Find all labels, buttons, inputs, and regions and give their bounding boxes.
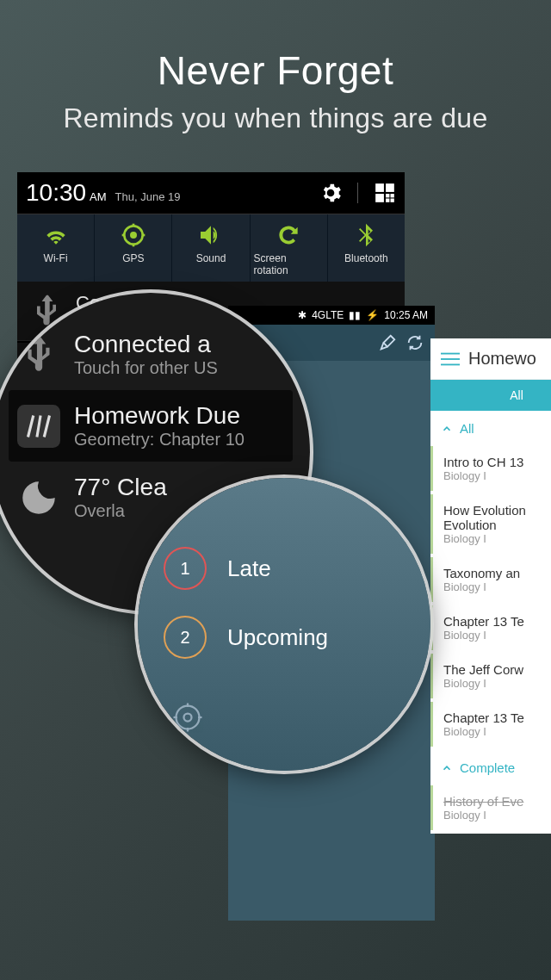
svg-point-19 bbox=[176, 706, 200, 729]
battery-icon: ⚡ bbox=[366, 309, 379, 321]
clock-ampm: AM bbox=[90, 190, 107, 203]
list-item[interactable]: Intro to CH 13 Biology I bbox=[430, 446, 551, 491]
separator bbox=[357, 183, 358, 203]
qs-label: Bluetooth bbox=[344, 252, 388, 264]
svg-rect-1 bbox=[386, 183, 394, 192]
item-title: Taxonomy an bbox=[443, 566, 551, 580]
status-bar: 10:30 AM Thu, June 19 bbox=[17, 172, 405, 214]
item-title: Intro to CH 13 bbox=[443, 455, 551, 469]
hero-subtitle: Reminds you when things are due bbox=[0, 102, 551, 134]
mag-notif-usb: Connected a Touch for other US bbox=[9, 319, 293, 390]
settings-gear-icon[interactable] bbox=[319, 182, 342, 204]
item-subtitle: Biology I bbox=[443, 725, 551, 738]
mag-notif-homework: Homework Due Geometry: Chapter 10 bbox=[9, 390, 293, 462]
svg-rect-0 bbox=[375, 183, 384, 192]
qs-rotation[interactable]: Screen rotation bbox=[251, 214, 328, 282]
svg-rect-3 bbox=[386, 194, 389, 197]
status-time: 10:25 AM bbox=[384, 309, 428, 321]
menu-icon[interactable] bbox=[441, 352, 460, 366]
carrier-label: 4GLTE bbox=[312, 309, 344, 321]
qs-label: GPS bbox=[122, 252, 144, 264]
chevron-up-icon bbox=[441, 762, 453, 774]
app-icon bbox=[17, 405, 60, 448]
item-subtitle: Biology I bbox=[443, 809, 551, 822]
list-item[interactable]: Chapter 13 Te Biology I bbox=[430, 702, 551, 747]
qs-wifi[interactable]: Wi-Fi bbox=[17, 214, 95, 282]
gps-icon bbox=[120, 221, 147, 249]
notif-subtitle: Overla bbox=[74, 501, 167, 521]
gear-icon[interactable] bbox=[172, 702, 203, 733]
hero-title: Never Forget bbox=[0, 47, 551, 94]
item-subtitle: Biology I bbox=[443, 629, 551, 642]
svg-rect-5 bbox=[386, 199, 389, 202]
wifi-icon bbox=[42, 221, 70, 249]
moon-icon bbox=[17, 476, 60, 519]
sound-icon bbox=[197, 221, 225, 249]
notif-title: Homework Due bbox=[74, 402, 245, 430]
list-item[interactable]: The Jeff Corw Biology I bbox=[430, 654, 551, 698]
rotation-icon bbox=[275, 221, 302, 249]
tab-all[interactable]: All bbox=[430, 380, 551, 411]
item-subtitle: Biology I bbox=[443, 580, 551, 593]
badge-upcoming: 2 bbox=[164, 616, 207, 659]
label-late: Late bbox=[227, 555, 271, 582]
phone-homework-list: Homewo All All Intro to CH 13 Biology I … bbox=[430, 338, 551, 834]
magnifier-counts: 1 Late 2 Upcoming bbox=[138, 478, 430, 771]
item-subtitle: Biology I bbox=[443, 677, 551, 690]
app-header: Homewo bbox=[430, 338, 551, 380]
notif-title: 77° Clea bbox=[74, 474, 167, 501]
clock-time: 10:30 bbox=[26, 179, 86, 207]
notif-title: Connected a bbox=[74, 331, 218, 358]
list-item[interactable]: Taxonomy an Biology I bbox=[430, 557, 551, 602]
chevron-up-icon bbox=[441, 423, 453, 435]
quick-settings-row: Wi-Fi GPS Sound Screen rotation Bluetoot… bbox=[17, 214, 405, 282]
count-upcoming: 2 Upcoming bbox=[164, 616, 405, 659]
qs-sound[interactable]: Sound bbox=[172, 214, 250, 282]
item-subtitle: Biology I bbox=[443, 469, 551, 482]
svg-point-8 bbox=[131, 233, 135, 237]
item-title: How Evolution bbox=[443, 503, 551, 518]
qs-label: Sound bbox=[196, 252, 226, 264]
item-title: Chapter 13 Te bbox=[443, 614, 551, 629]
svg-rect-16 bbox=[441, 363, 460, 365]
section-all[interactable]: All bbox=[430, 411, 551, 446]
svg-rect-6 bbox=[391, 199, 394, 202]
list-item[interactable]: How Evolution Evolution Biology I bbox=[430, 494, 551, 554]
bluetooth-status-icon: ✱ bbox=[298, 309, 306, 321]
qs-bluetooth[interactable]: Bluetooth bbox=[328, 214, 405, 282]
status-bar: ✱ 4GLTE ▮▮ ⚡ 10:25 AM bbox=[228, 306, 435, 325]
item-extra: Evolution bbox=[443, 518, 551, 532]
qs-label: Wi-Fi bbox=[44, 252, 68, 264]
item-title: The Jeff Corw bbox=[443, 662, 551, 677]
svg-rect-2 bbox=[375, 194, 384, 202]
count-late: 1 Late bbox=[164, 547, 405, 590]
notif-subtitle: Geometry: Chapter 10 bbox=[74, 430, 245, 450]
svg-point-18 bbox=[184, 714, 192, 722]
section-completed[interactable]: Complete bbox=[430, 750, 551, 785]
svg-rect-4 bbox=[391, 194, 394, 197]
qs-label: Screen rotation bbox=[254, 252, 324, 276]
item-subtitle: Biology I bbox=[443, 532, 551, 545]
item-title: History of Eve bbox=[443, 794, 551, 809]
clock-date: Thu, June 19 bbox=[115, 190, 181, 203]
item-title: Chapter 13 Te bbox=[443, 710, 551, 725]
signal-icon: ▮▮ bbox=[349, 309, 361, 321]
app-title: Homewo bbox=[468, 349, 536, 369]
list-item-completed[interactable]: History of Eve Biology I bbox=[430, 785, 551, 830]
brush-icon[interactable] bbox=[378, 333, 397, 352]
label-upcoming: Upcoming bbox=[227, 624, 328, 651]
qs-gps[interactable]: GPS bbox=[95, 214, 172, 282]
svg-rect-14 bbox=[441, 352, 460, 354]
svg-rect-15 bbox=[441, 358, 460, 360]
list-item[interactable]: Chapter 13 Te Biology I bbox=[430, 605, 551, 650]
bluetooth-icon bbox=[352, 221, 380, 249]
notif-subtitle: Touch for other US bbox=[74, 358, 218, 378]
refresh-icon[interactable] bbox=[406, 333, 424, 352]
badge-late: 1 bbox=[164, 547, 207, 590]
grid-icon[interactable] bbox=[374, 182, 396, 204]
